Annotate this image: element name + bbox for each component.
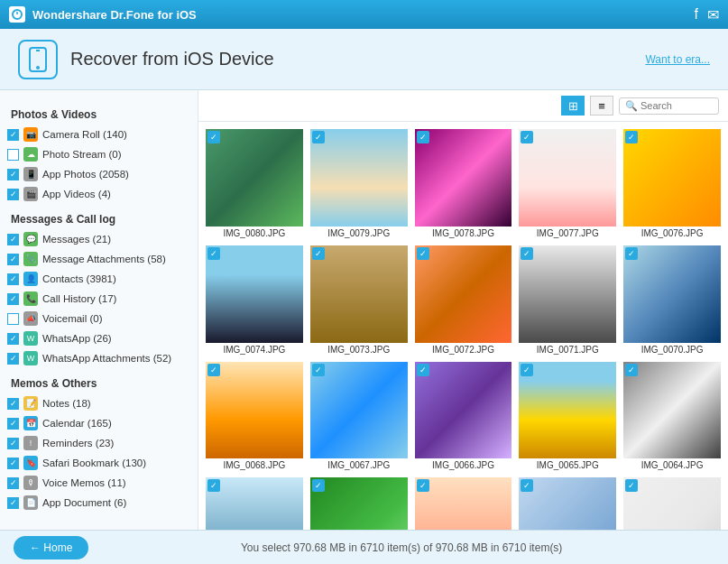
sidebar-item[interactable]: 📣Voicemail (0) xyxy=(0,309,198,328)
photo-item[interactable]: ✓IMG_0078.JPG xyxy=(415,129,512,238)
sidebar-item[interactable]: 📎Message Attachments (58) xyxy=(0,249,198,269)
photo-checkbox[interactable]: ✓ xyxy=(417,247,429,260)
search-input[interactable] xyxy=(640,100,713,111)
photo-checkbox[interactable]: ✓ xyxy=(312,247,325,260)
sidebar-item-label: App Photos (2058) xyxy=(42,169,129,180)
sidebar-checkbox[interactable] xyxy=(7,333,19,345)
photo-checkbox[interactable]: ✓ xyxy=(207,131,220,143)
sidebar-item[interactable]: WWhatsApp (26) xyxy=(0,328,198,348)
sidebar-checkbox[interactable] xyxy=(7,273,19,285)
photo-item[interactable]: ✓IMG_0067.JPG xyxy=(310,362,408,471)
photo-item[interactable]: ✓IMG_0064.JPG xyxy=(623,362,721,471)
sidebar-checkbox[interactable] xyxy=(7,313,19,325)
sidebar-checkbox[interactable] xyxy=(7,169,19,180)
photo-item[interactable]: ✓IMG_0077.JPG xyxy=(519,129,616,238)
photo-checkbox[interactable]: ✓ xyxy=(417,479,429,492)
footer: ← Home You select 970.68 MB in 6710 item… xyxy=(0,530,728,564)
erase-link[interactable]: Want to era... xyxy=(645,53,710,66)
facebook-icon[interactable]: f xyxy=(695,6,698,23)
sidebar-item-label: Contacts (3981) xyxy=(42,273,116,284)
sidebar-checkbox[interactable] xyxy=(7,293,19,305)
sidebar-item-icon: ! xyxy=(23,436,38,450)
photo-checkbox[interactable]: ✓ xyxy=(417,364,429,376)
sidebar-item[interactable]: 📞Call History (17) xyxy=(0,289,198,309)
photo-checkbox[interactable]: ✓ xyxy=(207,364,220,376)
sidebar-checkbox[interactable] xyxy=(7,458,19,469)
app-header: Recover from iOS Device Want to era... xyxy=(0,29,728,90)
photo-thumbnail: ✓ xyxy=(415,245,512,343)
sidebar-item[interactable]: WWhatsApp Attachments (52) xyxy=(0,348,198,368)
photo-checkbox[interactable]: ✓ xyxy=(625,364,638,376)
photo-label: IMG_0073.JPG xyxy=(327,345,390,355)
photo-item[interactable]: ✓IMG_0059.JPG xyxy=(623,477,721,530)
sidebar-item[interactable]: 💬Messages (21) xyxy=(0,229,198,249)
photo-item[interactable]: ✓IMG_0079.JPG xyxy=(310,129,408,238)
photo-item[interactable]: ✓IMG_0061.JPG xyxy=(415,477,512,530)
photo-checkbox[interactable]: ✓ xyxy=(207,479,220,492)
photo-item[interactable]: ✓IMG_0071.JPG xyxy=(519,245,616,355)
photo-item[interactable]: ✓IMG_0063.JPG xyxy=(206,477,303,530)
search-box: 🔍 xyxy=(619,97,719,115)
sidebar-item-icon: 🎬 xyxy=(23,187,38,201)
photo-item[interactable]: ✓IMG_0076.JPG xyxy=(623,129,721,238)
photo-item[interactable]: ✓IMG_0068.JPG xyxy=(206,362,303,471)
sidebar-checkbox[interactable] xyxy=(7,254,19,265)
sidebar-item[interactable]: 📅Calendar (165) xyxy=(0,413,198,433)
sidebar-item-icon: 🔖 xyxy=(23,456,38,470)
sidebar-item[interactable]: 📄App Document (6) xyxy=(0,493,198,513)
photo-checkbox[interactable]: ✓ xyxy=(312,364,325,376)
photo-checkbox[interactable]: ✓ xyxy=(625,131,638,143)
sidebar-item[interactable]: 📷Camera Roll (140) xyxy=(0,125,198,144)
grid-view-button[interactable]: ⊞ xyxy=(561,96,585,116)
list-view-button[interactable]: ≡ xyxy=(590,96,613,116)
sidebar-checkbox[interactable] xyxy=(7,477,19,489)
photo-item[interactable]: ✓IMG_0080.JPG xyxy=(206,129,303,238)
photo-item[interactable]: ✓IMG_0072.JPG xyxy=(415,245,512,355)
home-button[interactable]: ← Home xyxy=(14,536,88,559)
sidebar-item[interactable]: 📝Notes (18) xyxy=(0,393,198,413)
photo-checkbox[interactable]: ✓ xyxy=(521,247,533,260)
sidebar-item[interactable]: ☁Photo Stream (0) xyxy=(0,144,198,164)
sidebar-checkbox[interactable] xyxy=(7,129,19,141)
photo-checkbox[interactable]: ✓ xyxy=(521,364,533,376)
sidebar-checkbox[interactable] xyxy=(7,234,19,245)
sidebar-item[interactable]: 📱App Photos (2058) xyxy=(0,164,198,184)
sidebar-item-icon: 💬 xyxy=(23,232,38,246)
sidebar-item[interactable]: 🔖Safari Bookmark (130) xyxy=(0,453,198,473)
photo-label: IMG_0074.JPG xyxy=(223,345,285,355)
sidebar-checkbox[interactable] xyxy=(7,149,19,161)
photo-item[interactable]: ✓IMG_0066.JPG xyxy=(415,362,512,471)
photo-item[interactable]: ✓IMG_0070.JPG xyxy=(623,245,721,355)
photo-checkbox[interactable]: ✓ xyxy=(625,247,638,260)
sidebar-item-label: Messages (21) xyxy=(42,234,111,245)
status-text: You select 970.68 MB in 6710 item(s) of … xyxy=(88,541,714,554)
sidebar-item[interactable]: 👤Contacts (3981) xyxy=(0,269,198,289)
sidebar-checkbox[interactable] xyxy=(7,398,19,410)
sidebar-item[interactable]: 🎬App Videos (4) xyxy=(0,184,198,204)
photo-item[interactable]: ✓IMG_0065.JPG xyxy=(519,362,616,471)
sidebar-checkbox[interactable] xyxy=(7,438,19,449)
sidebar-item[interactable]: 🎙Voice Memos (11) xyxy=(0,473,198,493)
photo-label: IMG_0080.JPG xyxy=(223,228,285,238)
photo-item[interactable]: ✓IMG_0060.JPG xyxy=(519,477,616,530)
photo-item[interactable]: ✓IMG_0074.JPG xyxy=(206,245,303,355)
sidebar-checkbox[interactable] xyxy=(7,353,19,365)
photo-checkbox[interactable]: ✓ xyxy=(417,131,429,143)
sidebar-item-icon: 📅 xyxy=(23,416,38,430)
photo-item[interactable]: ✓IMG_0073.JPG xyxy=(310,245,408,355)
photo-checkbox[interactable]: ✓ xyxy=(521,131,533,143)
sidebar-section-title: Messages & Call log xyxy=(0,208,198,229)
photo-checkbox[interactable]: ✓ xyxy=(207,247,220,260)
photo-checkbox[interactable]: ✓ xyxy=(312,479,325,492)
photo-checkbox[interactable]: ✓ xyxy=(521,479,533,492)
photo-checkbox[interactable]: ✓ xyxy=(312,131,325,143)
title-bar: Wondershare Dr.Fone for iOS f ✉ xyxy=(0,0,728,29)
sidebar-checkbox[interactable] xyxy=(7,418,19,430)
sidebar-checkbox[interactable] xyxy=(7,497,19,509)
photo-checkbox[interactable]: ✓ xyxy=(625,479,638,492)
message-icon[interactable]: ✉ xyxy=(707,6,719,23)
sidebar-item[interactable]: !Reminders (23) xyxy=(0,433,198,453)
sidebar-checkbox[interactable] xyxy=(7,189,19,200)
photo-label: IMG_0072.JPG xyxy=(432,345,494,355)
photo-item[interactable]: ✓IMG_0062.JPG xyxy=(310,477,408,530)
